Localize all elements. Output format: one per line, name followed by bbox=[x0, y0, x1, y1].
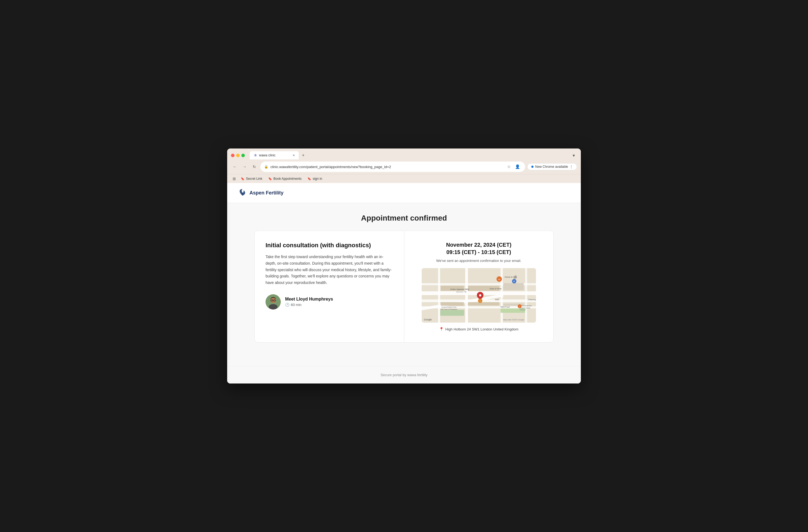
site-footer: Secure portal by wawa fertility bbox=[227, 366, 581, 384]
maximize-button[interactable] bbox=[241, 154, 245, 157]
location-text: High Holborn 24 SW1 London United Kingdo… bbox=[445, 327, 518, 331]
svg-text:and Court of Protection: and Court of Protection bbox=[440, 308, 457, 310]
bookmark-signin-icon: 🔖 bbox=[308, 177, 311, 181]
left-panel: Initial consultation (with diagnostics) … bbox=[255, 231, 404, 342]
bookmark-book-appointments[interactable]: 🔖 Book Appointments bbox=[265, 176, 304, 181]
minimize-button[interactable] bbox=[236, 154, 240, 157]
svg-text:P: P bbox=[513, 280, 515, 283]
svg-text:Hotpot London: Hotpot London bbox=[520, 307, 530, 309]
practitioner-info: Meet Lloyd Humphreys 🕐 60 min bbox=[285, 297, 333, 307]
location-row: 📍 High Holborn 24 SW1 London United King… bbox=[439, 327, 518, 331]
tab-dropdown-button[interactable]: ▾ bbox=[570, 152, 577, 159]
active-tab[interactable]: wawa clinic × bbox=[250, 151, 299, 159]
address-bar-row: ← → ↻ 🔒 clinic.wawafertility.com/patient… bbox=[227, 159, 581, 174]
bookmark-secret-link-label: Secret Link bbox=[246, 177, 262, 181]
logo-icon bbox=[238, 188, 247, 198]
duration-text: 60 min bbox=[291, 303, 301, 307]
bookmark-secret-link[interactable]: 🔖 Secret Link bbox=[238, 176, 265, 181]
svg-rect-19 bbox=[441, 302, 464, 306]
svg-rect-22 bbox=[503, 283, 524, 290]
svg-rect-14 bbox=[465, 268, 468, 323]
svg-text:Horse & Wig: Horse & Wig bbox=[504, 276, 517, 278]
svg-text:Duke of Yorke: Duke of Yorke bbox=[490, 288, 502, 290]
update-dot-icon bbox=[531, 166, 533, 168]
browser-window: wawa clinic × + ▾ ← → ↻ 🔒 clinic.wawafer… bbox=[227, 148, 581, 384]
tab-title: wawa clinic bbox=[259, 153, 276, 157]
address-actions: ☆ 👤 bbox=[506, 163, 521, 170]
main-content: Appointment confirmed Initial consultati… bbox=[227, 203, 581, 366]
svg-text:Japanese • $$: Japanese • $$ bbox=[456, 291, 466, 293]
chrome-update-button[interactable]: New Chrome available ⋮ bbox=[527, 163, 577, 170]
svg-text:Central Family Court: Central Family Court bbox=[441, 306, 456, 308]
page-content: Aspen Fertility Appointment confirmed In… bbox=[227, 183, 581, 384]
svg-text:A40: A40 bbox=[495, 298, 499, 301]
clinic-name: Aspen Fertility bbox=[250, 190, 283, 196]
update-menu-icon: ⋮ bbox=[570, 165, 573, 169]
tab-bar: wawa clinic × + bbox=[250, 151, 568, 159]
svg-rect-25 bbox=[440, 310, 464, 316]
right-panel: November 22, 2024 (CET) 09:15 (CET) - 10… bbox=[404, 231, 554, 342]
site-header: Aspen Fertility bbox=[227, 183, 581, 203]
email-confirmation: We've sent an appointment confirmation t… bbox=[436, 259, 521, 263]
lock-icon: 🔒 bbox=[264, 165, 268, 169]
svg-text:Google: Google bbox=[424, 318, 432, 321]
footer-text: Secure portal by wawa fertility bbox=[381, 373, 428, 377]
appointment-time: 09:15 (CET) - 10:15 (CET) bbox=[446, 249, 511, 255]
practitioner-row: Meet Lloyd Humphreys 🕐 60 min bbox=[265, 294, 393, 310]
svg-text:Chinese: Chinese bbox=[520, 309, 526, 311]
appointment-type-title: Initial consultation (with diagnostics) bbox=[265, 242, 393, 249]
close-button[interactable] bbox=[231, 154, 235, 157]
bookmark-sign-in[interactable]: 🔖 sign in bbox=[305, 176, 325, 181]
svg-rect-13 bbox=[438, 268, 440, 323]
svg-text:M&S Food: M&S Food bbox=[500, 306, 510, 308]
map-svg: A5200 A40 Chancery Lane W Horse & Wig P bbox=[422, 268, 536, 323]
svg-text:Chancery Lane: Chancery Lane bbox=[528, 299, 536, 301]
map-container: A5200 A40 Chancery Lane W Horse & Wig P bbox=[422, 268, 536, 323]
refresh-button[interactable]: ↻ bbox=[251, 163, 258, 170]
svg-text:!: ! bbox=[519, 306, 520, 308]
svg-point-7 bbox=[269, 304, 277, 310]
bookmark-appointments-icon: 🔖 bbox=[268, 177, 272, 181]
bookmark-book-appointments-label: Book Appointments bbox=[273, 177, 301, 181]
bookmark-favicon-icon: 🔖 bbox=[241, 177, 244, 181]
svg-text:Kintan Japanese BBQ: Kintan Japanese BBQ bbox=[450, 288, 469, 291]
appointment-date: November 22, 2024 (CET) bbox=[446, 242, 512, 248]
svg-text:i: i bbox=[480, 300, 480, 302]
svg-rect-21 bbox=[468, 302, 499, 306]
new-tab-button[interactable]: + bbox=[299, 151, 307, 159]
page-title: Appointment confirmed bbox=[238, 214, 570, 222]
appointment-card: Initial consultation (with diagnostics) … bbox=[254, 231, 554, 343]
bookmarks-bar: ⊞ 🔖 Secret Link 🔖 Book Appointments 🔖 si… bbox=[227, 174, 581, 183]
appointment-description: Take the first step toward understanding… bbox=[265, 254, 393, 286]
back-button[interactable]: ← bbox=[231, 163, 239, 170]
chrome-update-label: New Chrome available bbox=[535, 165, 568, 169]
practitioner-duration: 🕐 60 min bbox=[285, 303, 333, 307]
forward-button[interactable]: → bbox=[241, 163, 249, 170]
logo-area: Aspen Fertility bbox=[238, 188, 283, 198]
clock-icon: 🕐 bbox=[285, 303, 290, 307]
tab-close-icon[interactable]: × bbox=[293, 153, 295, 158]
profile-icon[interactable]: 👤 bbox=[514, 163, 521, 170]
apps-icon[interactable]: ⊞ bbox=[231, 176, 238, 182]
location-pin-icon: 📍 bbox=[439, 327, 444, 331]
practitioner-avatar bbox=[265, 294, 281, 310]
address-field[interactable]: 🔒 clinic.wawafertility.com/patient_porta… bbox=[260, 162, 525, 172]
traffic-lights bbox=[231, 154, 245, 157]
leaf-logo-svg bbox=[238, 188, 247, 197]
svg-text:W: W bbox=[498, 278, 500, 281]
svg-rect-16 bbox=[525, 268, 527, 323]
tab-favicon-icon bbox=[254, 153, 257, 157]
title-bar: wawa clinic × + ▾ bbox=[227, 148, 581, 159]
svg-point-36 bbox=[479, 294, 481, 296]
url-text: clinic.wawafertility.com/patient_portal/… bbox=[271, 165, 504, 169]
svg-point-3 bbox=[271, 299, 276, 303]
practitioner-avatar-svg bbox=[265, 294, 281, 310]
svg-text:Map data ©2024 Google: Map data ©2024 Google bbox=[503, 319, 524, 321]
practitioner-name: Meet Lloyd Humphreys bbox=[285, 297, 333, 301]
bookmark-sign-in-label: sign in bbox=[313, 177, 322, 181]
bookmark-star-icon[interactable]: ☆ bbox=[506, 163, 512, 170]
